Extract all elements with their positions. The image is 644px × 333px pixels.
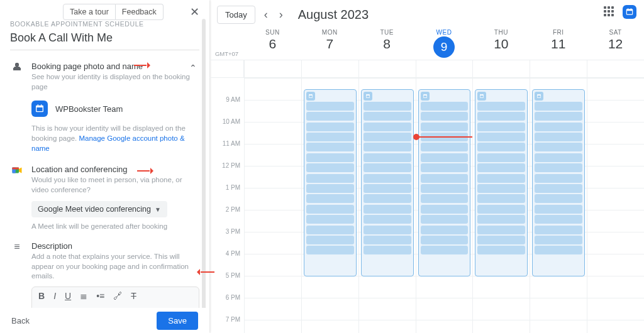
appointment-slot[interactable] (535, 123, 582, 131)
appointment-slot[interactable] (364, 102, 411, 111)
appointment-slot[interactable] (421, 215, 469, 224)
appointment-slot[interactable] (477, 194, 525, 203)
appointment-slot[interactable] (364, 226, 411, 234)
appointment-slot[interactable] (364, 153, 411, 162)
appointment-slot[interactable] (364, 163, 411, 172)
appointment-slot[interactable] (421, 143, 469, 151)
day-header-cell[interactable]: SUN6 (244, 25, 301, 60)
appointment-slot[interactable] (421, 174, 469, 183)
appointment-slot[interactable] (421, 246, 469, 254)
day-column[interactable] (587, 78, 644, 333)
availability-block[interactable] (475, 89, 528, 276)
appointment-slot[interactable] (421, 153, 469, 162)
appointment-slot[interactable] (306, 205, 354, 214)
appointment-slot[interactable] (306, 112, 354, 121)
appointment-slot[interactable] (535, 194, 582, 203)
appointment-slot[interactable] (477, 102, 525, 111)
appointment-slot[interactable] (306, 174, 354, 183)
appointment-slot[interactable] (535, 205, 582, 214)
appointment-slot[interactable] (477, 184, 525, 193)
clear-format-icon[interactable]: T (131, 291, 136, 301)
calendar-app-icon[interactable] (623, 5, 636, 19)
appointment-slot[interactable] (477, 143, 525, 151)
appointment-slot[interactable] (306, 143, 354, 151)
appointment-slot[interactable] (421, 226, 469, 234)
take-tour-button[interactable]: Take a tour (63, 4, 116, 20)
appointment-slot[interactable] (306, 215, 354, 224)
appointment-slot[interactable] (421, 184, 469, 193)
appointment-slot[interactable] (535, 184, 582, 193)
appointment-slot[interactable] (535, 215, 582, 224)
day-column[interactable] (301, 78, 358, 333)
appointment-slot[interactable] (364, 174, 411, 183)
next-week-button[interactable]: › (277, 7, 286, 23)
day-header-cell[interactable]: WED9 (416, 25, 473, 60)
appointment-slot[interactable] (306, 102, 354, 111)
appointment-slot[interactable] (535, 236, 582, 244)
appointment-slot[interactable] (477, 112, 525, 121)
conferencing-dropdown[interactable]: Google Meet video conferencing ▼ (31, 201, 167, 217)
appointment-slot[interactable] (477, 246, 525, 254)
day-header-cell[interactable]: FRI11 (530, 25, 587, 60)
appointment-slot[interactable] (477, 215, 525, 224)
availability-block[interactable] (361, 89, 414, 276)
day-column[interactable] (244, 78, 301, 333)
appointment-slot[interactable] (421, 205, 469, 214)
appointment-slot[interactable] (364, 123, 411, 131)
appointment-slot[interactable] (421, 194, 469, 203)
chevron-up-icon[interactable]: ⌃ (189, 63, 197, 73)
appointment-slot[interactable] (364, 184, 411, 193)
day-column[interactable] (416, 78, 473, 333)
appointment-slot[interactable] (306, 133, 354, 141)
appointment-slot[interactable] (306, 226, 354, 234)
bold-icon[interactable]: B (38, 291, 45, 301)
appointment-slot[interactable] (477, 236, 525, 244)
appointment-slot[interactable] (306, 163, 354, 172)
appointment-slot[interactable] (421, 163, 469, 172)
day-column[interactable] (530, 78, 587, 333)
prev-week-button[interactable]: ‹ (262, 7, 270, 23)
day-header-cell[interactable]: MON7 (301, 25, 358, 60)
appointment-slot[interactable] (535, 163, 582, 172)
appointment-slot[interactable] (364, 205, 411, 214)
schedule-title[interactable]: Book A Call With Me (10, 31, 199, 50)
calendar-grid[interactable]: 9 AM10 AM11 AM12 PM1 PM2 PM3 PM4 PM5 PM6… (209, 78, 644, 333)
apps-grid-icon[interactable] (604, 6, 615, 18)
availability-block[interactable] (304, 89, 357, 276)
appointment-slot[interactable] (306, 184, 354, 193)
appointment-slot[interactable] (306, 123, 354, 131)
appointment-slot[interactable] (535, 174, 582, 183)
appointment-slot[interactable] (477, 153, 525, 162)
appointment-slot[interactable] (535, 153, 582, 162)
appointment-slot[interactable] (364, 112, 411, 121)
appointment-slot[interactable] (421, 123, 469, 131)
link-icon[interactable]: 🔗︎ (113, 291, 122, 301)
appointment-slot[interactable] (306, 153, 354, 162)
appointment-slot[interactable] (306, 236, 354, 244)
appointment-slot[interactable] (477, 123, 525, 131)
underline-icon[interactable]: U (65, 291, 71, 301)
appointment-slot[interactable] (477, 133, 525, 141)
day-column[interactable] (358, 78, 416, 333)
appointment-slot[interactable] (364, 143, 411, 151)
appointment-slot[interactable] (477, 205, 525, 214)
availability-block[interactable] (532, 89, 585, 276)
appointment-slot[interactable] (364, 236, 411, 244)
appointment-slot[interactable] (477, 174, 525, 183)
back-button[interactable]: Back (11, 316, 30, 325)
appointment-slot[interactable] (364, 194, 411, 203)
appointment-slot[interactable] (421, 102, 469, 111)
appointment-slot[interactable] (421, 236, 469, 244)
appointment-slot[interactable] (535, 143, 582, 151)
appointment-slot[interactable] (535, 102, 582, 111)
appointment-slot[interactable] (364, 246, 411, 254)
day-header-cell[interactable]: THU10 (472, 25, 530, 60)
appointment-slot[interactable] (535, 246, 582, 254)
appointment-slot[interactable] (477, 163, 525, 172)
appointment-slot[interactable] (535, 133, 582, 141)
day-header-cell[interactable]: TUE8 (358, 25, 416, 60)
numbered-list-icon[interactable]: ≣ (80, 291, 87, 301)
day-header-cell[interactable]: SAT12 (587, 25, 644, 60)
appointment-slot[interactable] (306, 194, 354, 203)
appointment-slot[interactable] (535, 112, 582, 121)
